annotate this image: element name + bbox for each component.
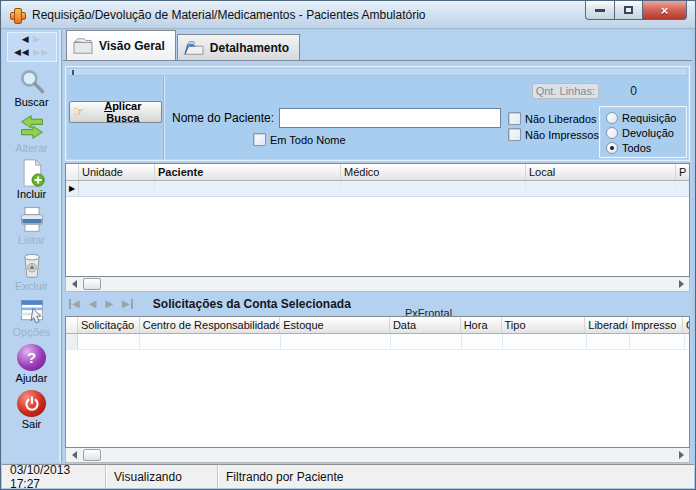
radio-icon[interactable] <box>606 142 618 154</box>
last-record-icon[interactable]: ▶ <box>122 299 133 309</box>
question-mark-glyph: ? <box>27 349 36 366</box>
row-selector-header <box>66 317 78 333</box>
checkbox-icon[interactable] <box>253 133 266 146</box>
checkbox-em-todo-nome[interactable]: Em Todo Nome <box>253 133 346 146</box>
record-marker-icon: ▶ <box>66 181 79 196</box>
status-mode: Visualizando <box>106 465 218 488</box>
scroll-thumb[interactable] <box>83 278 101 290</box>
sidebar-item-label: Sair <box>22 418 42 430</box>
tab-detalhamento[interactable]: Detalhamento <box>177 34 300 60</box>
column-header-tipo[interactable]: Tipo <box>502 317 586 333</box>
maximize-button[interactable] <box>614 1 643 20</box>
nav-back-double-icon[interactable]: ◀◀ <box>14 47 30 57</box>
tab-content: ☞ Aplicar Busca Qnt. Linhas: 0 Nome do P… <box>63 60 692 463</box>
column-header-p[interactable]: P <box>676 164 689 180</box>
patients-grid-row[interactable]: ▶ <box>66 181 689 197</box>
column-header-medico[interactable]: Médico <box>341 164 526 180</box>
radio-icon[interactable] <box>606 112 618 124</box>
checkbox-label: Não Liberados <box>525 113 597 125</box>
nav-forward-icon[interactable]: ▶ <box>33 34 41 44</box>
column-header-paciente[interactable]: Paciente <box>155 164 341 180</box>
column-header-solicitacao[interactable]: Solicitação <box>78 317 140 333</box>
sidebar-item-incluir[interactable]: Incluir <box>3 158 61 200</box>
radio-todos[interactable]: Todos <box>606 140 686 155</box>
sidebar-item-ajudar[interactable]: ? Ajudar <box>3 342 61 384</box>
radio-icon[interactable] <box>606 127 618 139</box>
radio-devolucao[interactable]: Devolução <box>606 125 686 140</box>
panel-splitter[interactable] <box>68 69 687 76</box>
scroll-left-icon[interactable] <box>67 278 81 290</box>
sidebar-item-label: Alterar <box>15 142 47 154</box>
minimize-icon <box>595 9 605 12</box>
sidebar-item-alterar: Alterar <box>3 112 61 154</box>
prev-record-icon[interactable]: ◀ <box>89 299 97 309</box>
scroll-right-icon[interactable] <box>674 278 688 290</box>
column-header-data[interactable]: Data <box>390 317 461 333</box>
column-header-liberado[interactable]: Liberado <box>585 317 628 333</box>
radio-requisicao[interactable]: Requisição <box>606 110 686 125</box>
column-header-unidade[interactable]: Unidade <box>79 164 155 180</box>
sidebar-item-opcoes: Opções <box>3 296 61 338</box>
line-count-value: 0 <box>630 84 637 98</box>
patients-grid-header: Unidade Paciente Médico Local P <box>66 164 689 181</box>
power-icon <box>16 388 48 418</box>
scroll-left-icon[interactable] <box>67 449 81 461</box>
patients-grid-hscrollbar[interactable] <box>65 277 690 292</box>
requests-grid-hscrollbar[interactable] <box>65 448 690 463</box>
requests-grid-row[interactable] <box>66 334 689 350</box>
tab-visao-geral[interactable]: Visão Geral <box>66 30 176 60</box>
sidebar-item-sair[interactable]: Sair <box>3 388 61 430</box>
record-navigation-box[interactable]: ◀ ▶ ◀◀ ▶▶ <box>7 32 57 62</box>
sidebar-item-label: Excluir <box>15 280 48 292</box>
pointing-hand-icon: ☞ <box>73 106 85 118</box>
closed-folder-icon <box>72 37 94 55</box>
search-panel: ☞ Aplicar Busca Qnt. Linhas: 0 Nome do P… <box>65 66 690 161</box>
scroll-right-icon[interactable] <box>674 449 688 461</box>
first-record-icon[interactable]: ◀ <box>69 299 80 309</box>
options-icon <box>16 296 48 326</box>
clipped-label: PxFrontal <box>405 307 452 316</box>
column-header-c[interactable]: C <box>683 317 689 333</box>
checkbox-nao-liberados[interactable]: Não Liberados <box>508 112 599 125</box>
application-window: Requisição/Devolução de Material/Medicam… <box>0 0 696 490</box>
column-header-hora[interactable]: Hora <box>461 317 502 333</box>
sidebar-item-label: Buscar <box>14 96 48 108</box>
open-folder-icon <box>183 39 205 57</box>
column-header-estoque[interactable]: Estoque <box>280 317 390 333</box>
tab-bar: Visão Geral Detalhamento <box>63 30 692 60</box>
window-title: Requisição/Devolução de Material/Medicam… <box>32 8 426 22</box>
patient-name-input[interactable] <box>279 108 501 128</box>
checkbox-nao-impressos[interactable]: Não Impressos <box>508 128 599 141</box>
sidebar-item-label: Ajudar <box>16 372 48 384</box>
status-datetime: 03/10/2013 17:27 <box>2 465 106 488</box>
printer-icon <box>16 204 48 234</box>
minimize-button[interactable] <box>585 1 615 20</box>
sidebar-item-label: Opções <box>13 326 51 338</box>
tab-label: Detalhamento <box>210 41 289 55</box>
maximize-icon <box>624 6 633 14</box>
sidebar-item-label: Listar <box>18 234 45 246</box>
app-cross-icon <box>9 7 25 23</box>
sidebar-item-listar: Listar <box>3 204 61 246</box>
scroll-thumb[interactable] <box>83 449 101 461</box>
sidebar-item-label: Incluir <box>17 188 46 200</box>
next-record-icon[interactable]: ▶ <box>105 299 113 309</box>
radio-label: Devolução <box>622 127 674 139</box>
type-radio-group: Requisição Devolução Todos <box>599 106 687 158</box>
close-button[interactable]: × <box>642 1 687 20</box>
nav-forward-double-icon[interactable]: ▶▶ <box>33 47 49 57</box>
radio-label: Todos <box>622 142 651 154</box>
column-header-centro[interactable]: Centro de Responsabilidade <box>140 317 281 333</box>
tab-label: Visão Geral <box>99 39 165 53</box>
record-navigator: ◀ ◀ ▶ ▶ Solicitações da Conta Selecionad… <box>65 292 690 316</box>
swap-arrows-icon <box>16 112 48 142</box>
apply-search-label: Aplicar Busca <box>88 100 158 124</box>
apply-search-button[interactable]: ☞ Aplicar Busca <box>69 101 162 123</box>
close-icon: × <box>661 3 669 18</box>
checkbox-icon[interactable] <box>508 128 521 141</box>
sidebar-item-buscar[interactable]: Buscar <box>3 66 61 108</box>
checkbox-icon[interactable] <box>508 112 521 125</box>
nav-back-icon[interactable]: ◀ <box>22 34 30 44</box>
column-header-local[interactable]: Local <box>526 164 676 180</box>
column-header-impresso[interactable]: Impresso <box>628 317 683 333</box>
